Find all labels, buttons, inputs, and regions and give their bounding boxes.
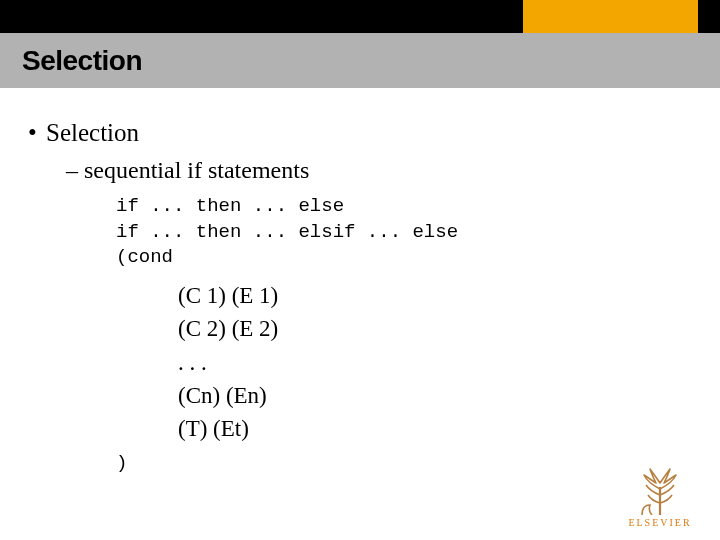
- title-bar: Selection: [0, 33, 720, 88]
- code-line3: (cond: [116, 246, 173, 268]
- close-paren: ): [116, 452, 692, 474]
- bullet-dot-icon: •: [28, 119, 46, 147]
- tree-icon: [618, 465, 702, 515]
- code-line1: if ... then ... else: [116, 195, 344, 217]
- top-orange-block: [523, 0, 698, 33]
- cond-c2: (C 2) (E 2): [178, 312, 692, 345]
- sub1-text: sequential if statements: [84, 157, 309, 183]
- code-line2: if ... then ... elsif ... else: [116, 221, 458, 243]
- slide: Selection •Selection –sequential if stat…: [0, 0, 720, 540]
- cond-c1: (C 1) (E 1): [178, 279, 692, 312]
- cond-ct: (T) (Et): [178, 412, 692, 445]
- content-area: •Selection –sequential if statements if …: [28, 105, 692, 474]
- publisher-logo: ELSEVIER: [618, 465, 702, 528]
- cond-ellipsis: . . .: [178, 346, 692, 379]
- slide-title: Selection: [0, 45, 142, 77]
- cond-cn: (Cn) (En): [178, 379, 692, 412]
- cond-list: (C 1) (E 1) (C 2) (E 2) . . . (Cn) (En) …: [178, 279, 692, 446]
- bullet1-text: Selection: [46, 119, 139, 146]
- logo-label: ELSEVIER: [618, 517, 702, 528]
- bullet-level1: •Selection: [28, 119, 692, 147]
- bullet-level2: –sequential if statements: [66, 157, 692, 184]
- code-block: if ... then ... else if ... then ... els…: [116, 194, 692, 271]
- bullet-dash-icon: –: [66, 157, 84, 184]
